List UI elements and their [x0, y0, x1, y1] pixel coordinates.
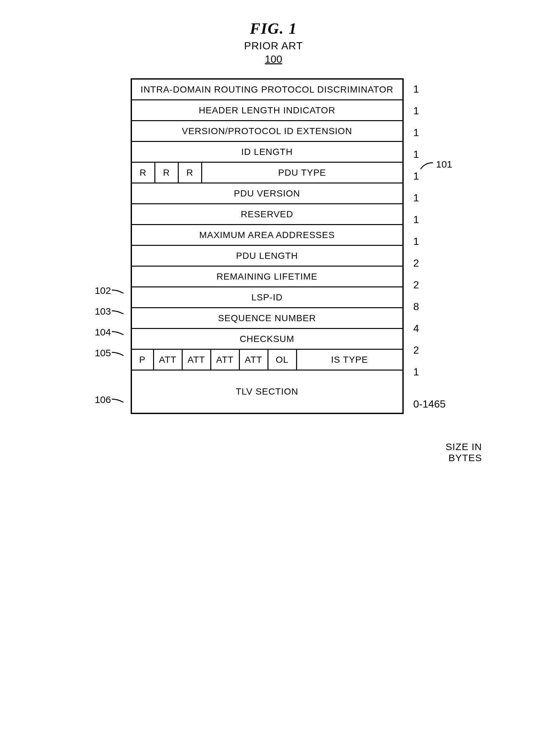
bytes-9: 2	[410, 274, 459, 296]
ref-106-text: 106	[95, 394, 111, 405]
row-header-length: HEADER LENGTH INDICATOR	[132, 100, 402, 121]
ref-103-text: 103	[95, 306, 111, 317]
size-in-bytes-label: SIZE IN BYTES	[26, 441, 482, 463]
seg-att2: ATT	[211, 350, 240, 370]
ref-102-text: 102	[95, 285, 111, 296]
seg-ol: OL	[268, 350, 297, 370]
seg-att3: ATT	[240, 350, 268, 370]
prior-art-label: PRIOR ART	[26, 40, 521, 52]
bytes-14: 0-1465	[410, 383, 459, 425]
ref-101: 101	[420, 159, 452, 170]
figure-title: FIG. 1 PRIOR ART 100	[26, 19, 521, 65]
row-max-area: MAXIMUM AREA ADDRESSES	[132, 225, 402, 246]
seg-r1: R	[155, 163, 179, 183]
diagram-container: 102 103 104 105 106 INTRA-DOMAIN ROUTING…	[26, 78, 521, 425]
row-sequence-number: SEQUENCE NUMBER	[132, 308, 402, 329]
ref-104: 104	[88, 322, 124, 343]
row-lsp-id: LSP-ID	[132, 287, 402, 308]
bytes-1: 1	[410, 100, 459, 122]
bytes-11: 4	[410, 318, 459, 339]
bytes-0: 1	[410, 78, 459, 100]
left-reference-labels: 102 103 104 105 106	[88, 78, 124, 410]
row-id-length: ID LENGTH	[132, 142, 402, 163]
bytes-7: 1	[410, 231, 459, 252]
ref-105-text: 105	[95, 347, 111, 359]
ref-105: 105	[88, 343, 124, 363]
row-pdu-version: PDU VERSION	[132, 183, 402, 204]
ref-103: 103	[88, 301, 124, 322]
seg-pdu-type: PDU TYPE	[202, 163, 402, 183]
bytes-12: 2	[410, 339, 459, 361]
row-pdu-type: R R R PDU TYPE	[132, 163, 402, 183]
seg-p: P	[132, 350, 154, 370]
pdu-format-table: INTRA-DOMAIN ROUTING PROTOCOL DISCRIMINA…	[131, 78, 404, 414]
row-remaining-lifetime: REMAINING LIFETIME	[132, 267, 402, 287]
seg-r2: R	[179, 163, 202, 183]
size-in-bytes-column: 1 1 1 1 1 101 1 1 1 2 2 8 4 2 1 0-1465	[410, 78, 459, 425]
row-reserved: RESERVED	[132, 204, 402, 225]
ref-102: 102	[88, 280, 124, 301]
seg-is-type: IS TYPE	[297, 350, 402, 370]
bytes-4: 1 101	[410, 165, 459, 187]
row-pdu-length: PDU LENGTH	[132, 246, 402, 267]
bytes-5: 1	[410, 187, 459, 209]
seg-att0: ATT	[154, 350, 183, 370]
ref-104-text: 104	[95, 327, 111, 338]
ref-101-text: 101	[436, 159, 452, 170]
row-tlv-section: TLV SECTION	[132, 371, 402, 413]
bytes-2: 1	[410, 122, 459, 144]
row-flags: P ATT ATT ATT ATT OL IS TYPE	[132, 350, 402, 371]
figure-number: 100	[26, 53, 521, 65]
row-discriminator: INTRA-DOMAIN ROUTING PROTOCOL DISCRIMINA…	[132, 80, 402, 100]
ref-106: 106	[88, 389, 124, 410]
seg-r0: R	[132, 163, 155, 183]
bytes-6: 1	[410, 209, 459, 231]
row-checksum: CHECKSUM	[132, 329, 402, 350]
bytes-10: 8	[410, 296, 459, 318]
figure-label: FIG. 1	[26, 19, 521, 37]
bytes-13: 1	[410, 361, 459, 383]
bytes-8: 2	[410, 252, 459, 274]
row-version-ext: VERSION/PROTOCOL ID EXTENSION	[132, 121, 402, 142]
seg-att1: ATT	[183, 350, 211, 370]
